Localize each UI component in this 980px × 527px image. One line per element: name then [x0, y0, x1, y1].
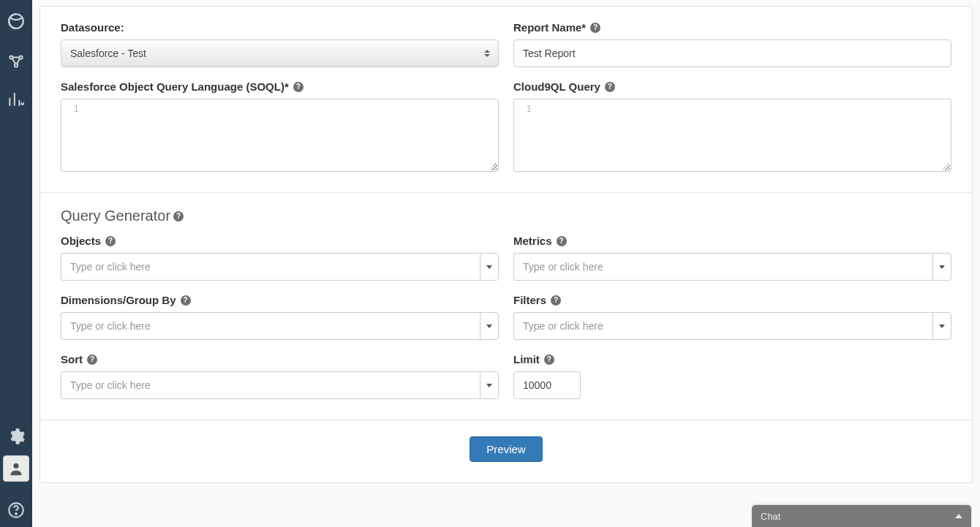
c9ql-textarea[interactable]: [543, 99, 951, 171]
chevron-up-icon: [955, 514, 962, 518]
chat-label: Chat: [761, 511, 780, 522]
help-icon[interactable]: ?: [181, 295, 191, 306]
datasource-label: Datasource:: [61, 21, 499, 34]
help-icon[interactable]: ?: [105, 236, 116, 246]
resize-handle-icon[interactable]: [943, 163, 950, 170]
sort-input[interactable]: [61, 371, 480, 399]
metrics-combo: [513, 253, 951, 281]
resize-handle-icon[interactable]: [490, 163, 497, 170]
help-icon[interactable]: ?: [173, 211, 184, 221]
objects-input[interactable]: [61, 253, 480, 281]
svg-point-3: [15, 64, 18, 67]
objects-combo: [61, 253, 499, 281]
help-icon[interactable]: ?: [551, 295, 561, 306]
left-sidebar: [0, 0, 32, 527]
select-caret-icon: [480, 40, 494, 67]
metrics-label: Metrics ?: [513, 235, 951, 247]
metrics-dropdown-button[interactable]: [932, 253, 951, 281]
metrics-input[interactable]: [513, 253, 932, 281]
help-icon[interactable]: ?: [87, 355, 97, 365]
logo-icon[interactable]: [0, 0, 32, 42]
c9ql-label: Cloud9QL Query ?: [513, 80, 951, 93]
limit-input[interactable]: [513, 371, 581, 399]
preview-row: Preview: [40, 420, 972, 482]
datasource-value: Salesforce - Test: [70, 48, 146, 59]
soql-label: Salesforce Object Query Language (SOQL)*…: [61, 80, 499, 93]
svg-point-4: [13, 463, 18, 469]
preview-button[interactable]: Preview: [470, 436, 542, 462]
help-icon[interactable]: ?: [293, 82, 304, 92]
dimensions-combo: [61, 312, 499, 340]
help-sidebar-icon[interactable]: [0, 493, 32, 527]
datasource-select[interactable]: Salesforce - Test: [61, 39, 499, 67]
filters-dropdown-button[interactable]: [932, 312, 951, 340]
chat-bar[interactable]: Chat: [752, 505, 971, 527]
main-content: Datasource: Salesforce - Test Report Nam…: [32, 0, 980, 527]
svg-point-2: [19, 56, 22, 58]
svg-point-6: [15, 513, 17, 515]
objects-label: Objects ?: [61, 235, 499, 247]
limit-label: Limit ?: [513, 353, 951, 365]
sort-combo: [61, 371, 499, 399]
report-builder-panel: Datasource: Salesforce - Test Report Nam…: [39, 6, 973, 483]
settings-icon[interactable]: [0, 417, 32, 455]
line-gutter: 1: [61, 99, 91, 171]
filters-combo: [513, 312, 951, 340]
help-icon[interactable]: ?: [557, 236, 567, 246]
report-name-label: Report Name* ?: [513, 21, 951, 34]
sort-label: Sort ?: [61, 353, 499, 365]
filters-label: Filters ?: [513, 294, 951, 306]
svg-point-1: [10, 56, 12, 58]
reports-icon[interactable]: [0, 80, 32, 118]
soql-editor[interactable]: 1: [61, 99, 499, 172]
soql-textarea[interactable]: [91, 99, 498, 171]
datasource-section: Datasource: Salesforce - Test Report Nam…: [40, 7, 972, 192]
help-icon[interactable]: ?: [590, 23, 600, 33]
query-generator-heading: Query Generator ?: [61, 208, 951, 224]
objects-dropdown-button[interactable]: [480, 253, 499, 281]
dimensions-dropdown-button[interactable]: [480, 312, 499, 340]
help-icon[interactable]: ?: [544, 355, 554, 365]
dimensions-label: Dimensions/Group By ?: [61, 294, 499, 306]
sort-dropdown-button[interactable]: [480, 371, 499, 399]
report-name-input[interactable]: [513, 39, 951, 67]
filters-input[interactable]: [513, 312, 932, 340]
help-icon[interactable]: ?: [605, 82, 615, 92]
connectors-icon[interactable]: [0, 42, 32, 80]
app-root: Datasource: Salesforce - Test Report Nam…: [0, 0, 980, 527]
user-avatar-icon[interactable]: [3, 455, 29, 482]
c9ql-editor[interactable]: 1: [513, 99, 951, 172]
dimensions-input[interactable]: [61, 312, 480, 340]
query-generator-section: Query Generator ? Objects ?: [40, 192, 972, 420]
line-gutter: 1: [514, 99, 543, 171]
